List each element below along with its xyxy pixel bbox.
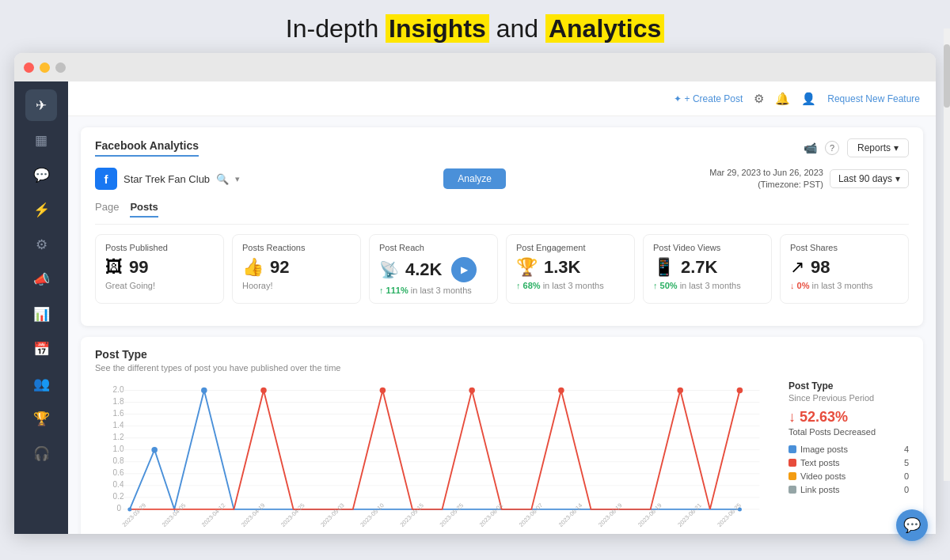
svg-text:2023-06-19: 2023-06-19 (597, 501, 623, 528)
stat-card-posts-published: Posts Published 🖼 99 Great Going! (95, 234, 224, 304)
sidebar-item-analytics[interactable]: ⚡ (25, 194, 57, 225)
tab-posts[interactable]: Posts (130, 201, 158, 218)
play-button[interactable]: ▶ (451, 257, 477, 282)
svg-text:1.8: 1.8 (113, 397, 124, 406)
stat-sub-reach: ↑ 111% in last 3 months (379, 286, 488, 295)
trophy-icon: 🏆 (516, 257, 538, 278)
sidebar-item-calendar[interactable]: 📅 (25, 333, 57, 365)
chat-bubble-button[interactable]: 💬 (896, 509, 928, 541)
analyze-button[interactable]: Analyze (443, 168, 506, 189)
sidebar-item-chart[interactable]: 📊 (25, 298, 57, 330)
settings-cog-icon[interactable]: ⚙ (754, 92, 764, 106)
browser-window: ✈ ▦ 💬 ⚡ ⚙ 📣 📊 📅 👥 🏆 🎧 ✦ + Create Post ⚙ … (14, 53, 936, 534)
headline-middle: and (489, 14, 545, 43)
link-label: Link posts (800, 485, 840, 494)
topbar: ✦ + Create Post ⚙ 🔔 👤 Request New Featur… (68, 81, 936, 116)
user-icon[interactable]: 👤 (801, 92, 816, 106)
period-dropdown[interactable]: Last 90 days ▾ (830, 169, 909, 188)
help-icon[interactable]: ? (825, 141, 839, 155)
chart-svg: 2.0 1.8 1.6 1.4 1.2 1.0 0. (95, 380, 770, 534)
share-icon: ↗ (790, 257, 804, 278)
legend-percent: ↓ 52.63% (788, 409, 909, 426)
main-content: ✦ + Create Post ⚙ 🔔 👤 Request New Featur… (68, 81, 936, 534)
sidebar-item-megaphone[interactable]: 📣 (25, 263, 57, 295)
date-range-text: Mar 29, 2023 to Jun 26, 2023(Timezone: P… (709, 167, 823, 191)
stat-sub-reactions: Hooray! (242, 281, 351, 290)
reach-icon: 📡 (379, 260, 399, 279)
stat-sub-shares: ↓ 0% in last 3 months (790, 281, 899, 290)
stat-card-shares: Post Shares ↗ 98 ↓ 0% in last 3 months (780, 234, 909, 304)
plus-icon: ✦ (674, 93, 682, 104)
stat-label-posts-published: Posts Published (105, 243, 214, 252)
svg-text:2023-03-29: 2023-03-29 (121, 501, 147, 528)
stat-label-reach: Post Reach (379, 243, 488, 252)
svg-text:2023-05-25: 2023-05-25 (439, 501, 465, 528)
sidebar-item-support[interactable]: 🎧 (25, 437, 57, 469)
reports-button[interactable]: Reports ▾ (847, 138, 909, 157)
svg-text:0.2: 0.2 (113, 492, 124, 501)
chevron-down-icon: ▾ (894, 142, 899, 153)
chart-subtitle: See the different types of post you have… (95, 363, 909, 373)
svg-text:2023-06-25: 2023-06-25 (716, 501, 742, 528)
sidebar-item-dashboard[interactable]: ▦ (25, 124, 57, 156)
svg-text:0.8: 0.8 (113, 456, 124, 465)
svg-text:1.0: 1.0 (113, 445, 124, 453)
chart-title: Post Type (95, 348, 909, 361)
stat-sub-engagement: ↑ 68% in last 3 months (516, 281, 625, 290)
sidebar-item-leaderboard[interactable]: 🏆 (25, 403, 57, 434)
link-count: 0 (904, 485, 909, 494)
svg-text:2.0: 2.0 (113, 385, 124, 394)
browser-titlebar (14, 53, 936, 81)
video-count: 0 (904, 471, 909, 481)
svg-text:2023-05-03: 2023-05-03 (319, 501, 345, 528)
svg-text:1.6: 1.6 (113, 409, 124, 418)
legend-item-link: Link posts 0 (788, 485, 909, 494)
svg-text:1.2: 1.2 (113, 433, 124, 441)
account-chevron-icon[interactable]: ▾ (235, 174, 240, 184)
headline-word1: Insights (386, 14, 489, 43)
stat-value-reach: 4.2K (405, 259, 442, 280)
text-count: 5 (904, 458, 909, 467)
minimize-button[interactable] (40, 62, 50, 73)
video-label: Video posts (800, 471, 846, 481)
tab-page[interactable]: Page (95, 201, 119, 218)
stat-label-video-views: Post Video Views (653, 243, 762, 252)
notification-icon[interactable]: 🔔 (775, 92, 790, 106)
chart-section: Post Type See the different types of pos… (81, 337, 923, 534)
stat-card-engagement: Post Engagement 🏆 1.3K ↑ 68% in last 3 m… (506, 234, 635, 304)
stat-label-reactions: Posts Reactions (242, 243, 351, 252)
video-views-icon: 📱 (653, 257, 674, 278)
create-post-button[interactable]: ✦ + Create Post (674, 93, 743, 104)
close-button[interactable] (24, 62, 34, 73)
search-icon[interactable]: 🔍 (216, 173, 229, 185)
svg-text:0: 0 (117, 504, 122, 513)
reaction-icon: 👍 (242, 257, 264, 278)
stat-label-engagement: Post Engagement (516, 243, 625, 252)
chart-container: 2.0 1.8 1.6 1.4 1.2 1.0 0. (95, 380, 909, 534)
stat-value-posts-published: 99 (129, 257, 148, 278)
panel-header-right: 📹 ? Reports ▾ (804, 138, 909, 157)
sidebar-item-send[interactable]: ✈ (25, 89, 57, 121)
request-feature-link[interactable]: Request New Feature (827, 93, 920, 104)
svg-text:2023-04-12: 2023-04-12 (200, 501, 226, 528)
stat-card-reach: Post Reach 📡 4.2K ▶ ↑ 111% in last 3 mon… (369, 234, 498, 304)
legend-item-image: Image posts 4 (788, 445, 909, 454)
svg-point-27 (558, 388, 564, 394)
sidebar-item-chat[interactable]: 💬 (25, 159, 57, 191)
maximize-button[interactable] (55, 62, 66, 73)
sidebar-item-gear[interactable]: ⚙ (25, 229, 57, 260)
legend-desc: Total Posts Decreased (788, 427, 909, 437)
svg-text:2023-06-07: 2023-06-07 (518, 501, 544, 528)
svg-point-29 (737, 388, 743, 394)
svg-text:2023-06-14: 2023-06-14 (557, 501, 583, 528)
text-dot (788, 459, 796, 467)
svg-point-28 (677, 388, 683, 394)
stat-card-video-views: Post Video Views 📱 2.7K ↑ 50% in last 3 … (643, 234, 772, 304)
panel-title: Facebook Analytics (95, 139, 199, 157)
headline-prefix: In-depth (286, 14, 386, 43)
chevron-down-icon: ▾ (895, 173, 900, 184)
sidebar-item-people[interactable]: 👥 (25, 368, 57, 399)
image-posts-icon: 🖼 (105, 257, 123, 278)
svg-point-25 (380, 388, 386, 394)
stat-sub-video-views: ↑ 50% in last 3 months (653, 281, 762, 290)
